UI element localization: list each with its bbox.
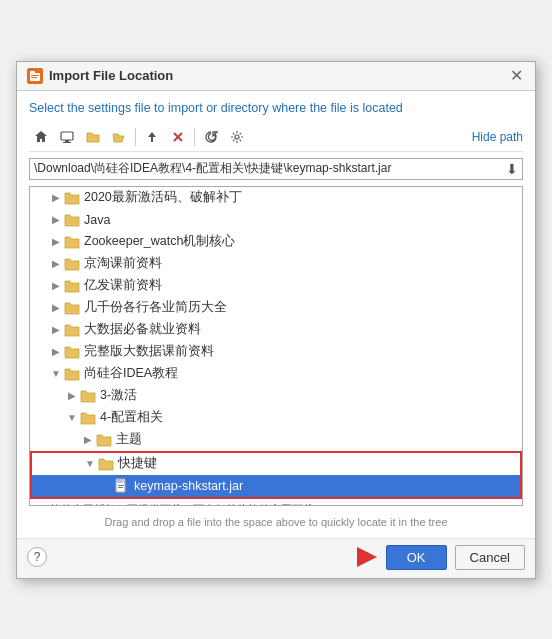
path-bar: ⬇ — [29, 158, 523, 180]
tree-item-2[interactable]: ▶ Java — [30, 209, 522, 231]
folder-icon-11 — [80, 411, 96, 425]
file-toolbar: Hide path — [29, 123, 523, 152]
svg-point-9 — [235, 135, 239, 139]
tree-item-8[interactable]: ▶ 完整版大数据课前资料 — [30, 341, 522, 363]
svg-rect-13 — [118, 487, 123, 488]
expand-icon-5: ▶ — [50, 280, 62, 292]
dialog-icon — [27, 68, 43, 84]
expand-icon-1: ▶ — [50, 192, 62, 204]
folder-open-button[interactable] — [107, 126, 131, 148]
expand-icon-9: ▼ — [50, 368, 62, 380]
up-button[interactable] — [140, 126, 164, 148]
bottom-buttons: OK Cancel — [386, 545, 525, 570]
svg-rect-6 — [63, 142, 71, 143]
tree-item-10[interactable]: ▶ 3-激活 — [30, 385, 522, 407]
desktop-button[interactable] — [55, 126, 79, 148]
hide-path-link[interactable]: Hide path — [472, 130, 523, 144]
description-link[interactable]: directory — [221, 101, 269, 115]
tree-label-2: Java — [84, 213, 110, 227]
expand-icon-13: ▼ — [84, 458, 96, 470]
folder-icon-1 — [64, 191, 80, 205]
tree-label-7: 大数据必备就业资料 — [84, 321, 201, 338]
tree-label-12: 主题 — [116, 431, 142, 448]
tree-item-15: 软件由于授权，不提供下载，可自行前往软件官网下载 — [30, 499, 522, 506]
folder-icon-8 — [64, 345, 80, 359]
tree-item-12[interactable]: ▶ 主题 — [30, 429, 522, 451]
tree-label-11: 4-配置相关 — [100, 409, 163, 426]
folder-icon-2 — [64, 213, 80, 227]
svg-rect-2 — [31, 75, 39, 76]
tree-item-13[interactable]: ▼ 快捷键 — [32, 453, 520, 475]
folder-icon-6 — [64, 301, 80, 315]
expand-icon-7: ▶ — [50, 324, 62, 336]
toolbar-separator-1 — [135, 128, 136, 146]
tree-label-3: Zookeeper_watch机制核心 — [84, 233, 235, 250]
folder-icon-4 — [64, 257, 80, 271]
svg-rect-1 — [30, 71, 35, 74]
tree-label-4: 京淘课前资料 — [84, 255, 162, 272]
description: Select the settings file to import or di… — [29, 101, 523, 115]
folder-icon-9 — [64, 367, 80, 381]
toolbar-separator-2 — [194, 128, 195, 146]
svg-rect-5 — [65, 140, 69, 142]
tree-item-14[interactable]: keymap-shkstart.jar — [32, 475, 520, 497]
tree-item-9[interactable]: ▼ 尚硅谷IDEA教程 — [30, 363, 522, 385]
home-button[interactable] — [29, 126, 53, 148]
folder-icon-10 — [80, 389, 96, 403]
expand-icon-3: ▶ — [50, 236, 62, 248]
tree-item-7[interactable]: ▶ 大数据必备就业资料 — [30, 319, 522, 341]
dialog-title: Import File Location — [49, 68, 502, 83]
download-icon[interactable]: ⬇ — [506, 161, 518, 177]
highlighted-group: ▼ 快捷键 keymap-shkstar — [30, 451, 522, 499]
svg-rect-12 — [118, 485, 124, 486]
tree-label-10: 3-激活 — [100, 387, 137, 404]
expand-icon-11: ▼ — [66, 412, 78, 424]
title-bar: Import File Location ✕ — [17, 62, 535, 91]
expand-icon-4: ▶ — [50, 258, 62, 270]
folder-icon-3 — [64, 235, 80, 249]
folder-icon-13 — [98, 457, 114, 471]
tree-item-1[interactable]: ▶ 2020最新激活码、破解补丁 — [30, 187, 522, 209]
expand-icon-14 — [100, 480, 112, 492]
tree-label-15: 软件由于授权，不提供下载，可自行前往软件官网下载 — [50, 502, 314, 506]
expand-icon-8: ▶ — [50, 346, 62, 358]
tree-item-3[interactable]: ▶ Zookeeper_watch机制核心 — [30, 231, 522, 253]
tree-label-1: 2020最新激活码、破解补丁 — [84, 189, 242, 206]
tree-label-8: 完整版大数据课前资料 — [84, 343, 214, 360]
bottom-bar: ? OK Cancel — [17, 538, 535, 578]
expand-icon-12: ▶ — [82, 434, 94, 446]
settings-button[interactable] — [225, 126, 249, 148]
tree-label-13: 快捷键 — [118, 455, 157, 472]
help-button[interactable]: ? — [27, 547, 47, 567]
tree-item-4[interactable]: ▶ 京淘课前资料 — [30, 253, 522, 275]
expand-icon-6: ▶ — [50, 302, 62, 314]
delete-button[interactable] — [166, 126, 190, 148]
svg-rect-4 — [61, 132, 73, 140]
file-tree[interactable]: ▶ 2020最新激活码、破解补丁 ▶ Java ▶ Zookeeper_watc… — [29, 186, 523, 506]
jar-file-icon — [114, 478, 130, 494]
expand-icon-2: ▶ — [50, 214, 62, 226]
tree-item-6[interactable]: ▶ 几千份各行各业简历大全 — [30, 297, 522, 319]
close-button[interactable]: ✕ — [508, 68, 525, 84]
tree-item-11[interactable]: ▼ 4-配置相关 — [30, 407, 522, 429]
path-input[interactable] — [34, 162, 502, 176]
svg-rect-3 — [31, 77, 37, 78]
cancel-button[interactable]: Cancel — [455, 545, 525, 570]
tree-label-5: 亿发课前资料 — [84, 277, 162, 294]
tree-label-9: 尚硅谷IDEA教程 — [84, 365, 178, 382]
description-text1: Select the settings file to import or — [29, 101, 221, 115]
drag-hint: Drag and drop a file into the space abov… — [29, 512, 523, 530]
tree-item-5[interactable]: ▶ 亿发课前资料 — [30, 275, 522, 297]
description-text2: where the file is located — [269, 101, 403, 115]
import-file-dialog: Import File Location ✕ Select the settin… — [16, 61, 536, 579]
ok-button[interactable]: OK — [386, 545, 447, 570]
folder-icon-12 — [96, 433, 112, 447]
tree-label-14: keymap-shkstart.jar — [134, 479, 243, 493]
dialog-body: Select the settings file to import or di… — [17, 91, 535, 538]
folder-button[interactable] — [81, 126, 105, 148]
refresh-button[interactable] — [199, 126, 223, 148]
folder-icon-7 — [64, 323, 80, 337]
tree-label-6: 几千份各行各业简历大全 — [84, 299, 227, 316]
expand-icon-10: ▶ — [66, 390, 78, 402]
svg-rect-11 — [116, 479, 122, 483]
